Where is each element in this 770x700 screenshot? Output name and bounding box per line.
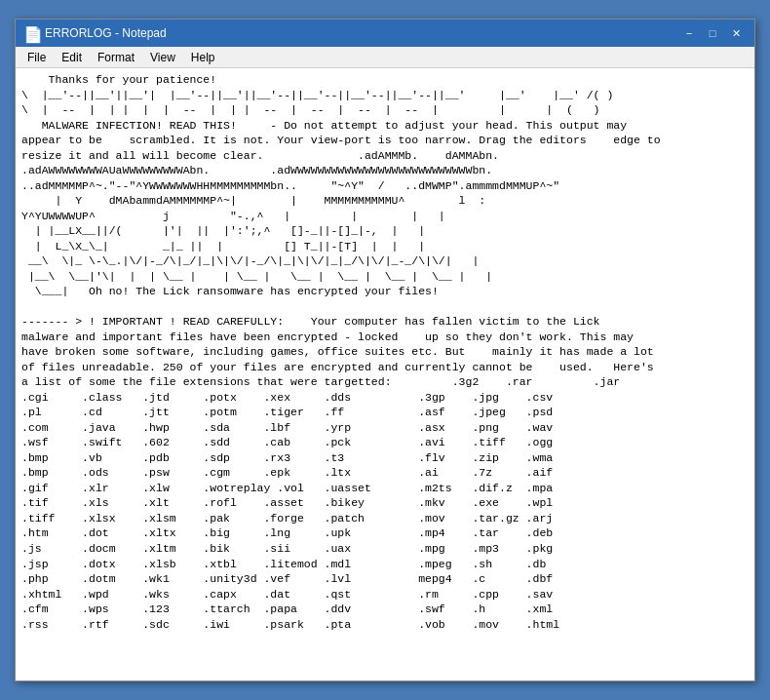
menu-edit[interactable]: Edit — [54, 49, 90, 66]
title-bar: 📄 ERRORLOG - Notepad − □ ✕ — [16, 19, 754, 47]
minimize-button[interactable]: − — [678, 24, 700, 42]
menu-bar: File Edit Format View Help — [16, 47, 754, 68]
window-title: ERRORLOG - Notepad — [45, 26, 678, 40]
maximize-button[interactable]: □ — [702, 24, 723, 42]
close-button[interactable]: ✕ — [725, 24, 747, 42]
menu-file[interactable]: File — [19, 49, 54, 66]
app-icon: 📄 — [23, 25, 39, 41]
window-controls: − □ ✕ — [678, 24, 747, 42]
menu-format[interactable]: Format — [90, 49, 142, 66]
text-editor[interactable] — [16, 68, 754, 681]
content-area — [16, 68, 754, 681]
menu-help[interactable]: Help — [183, 49, 223, 66]
notepad-window: 📄 ERRORLOG - Notepad − □ ✕ File Edit For… — [15, 19, 755, 681]
menu-view[interactable]: View — [142, 49, 183, 66]
